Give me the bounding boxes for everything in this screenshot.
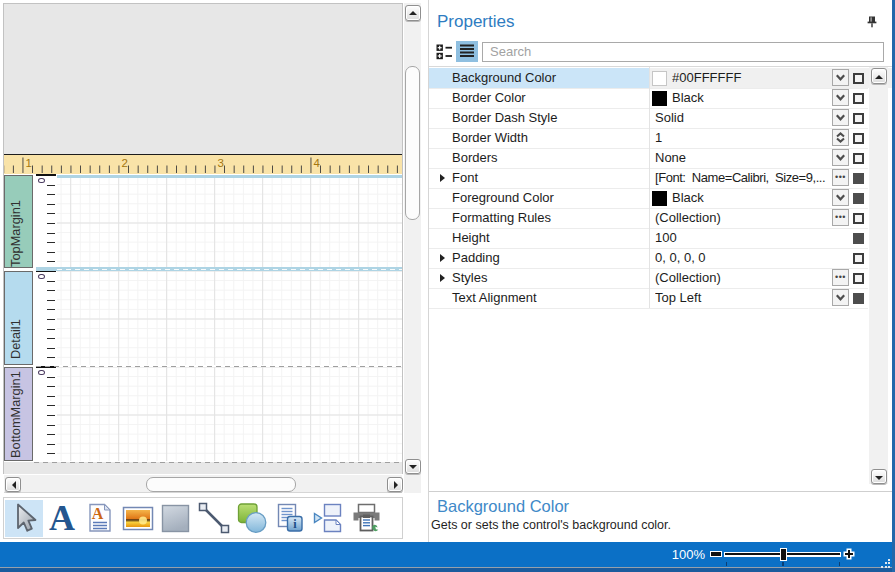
svg-text:3: 3 (218, 157, 224, 169)
svg-text:A: A (49, 502, 75, 534)
svg-text:1: 1 (26, 157, 32, 169)
svg-text:2: 2 (122, 157, 128, 169)
svg-text:A: A (92, 505, 104, 522)
svg-text:4: 4 (314, 157, 321, 169)
